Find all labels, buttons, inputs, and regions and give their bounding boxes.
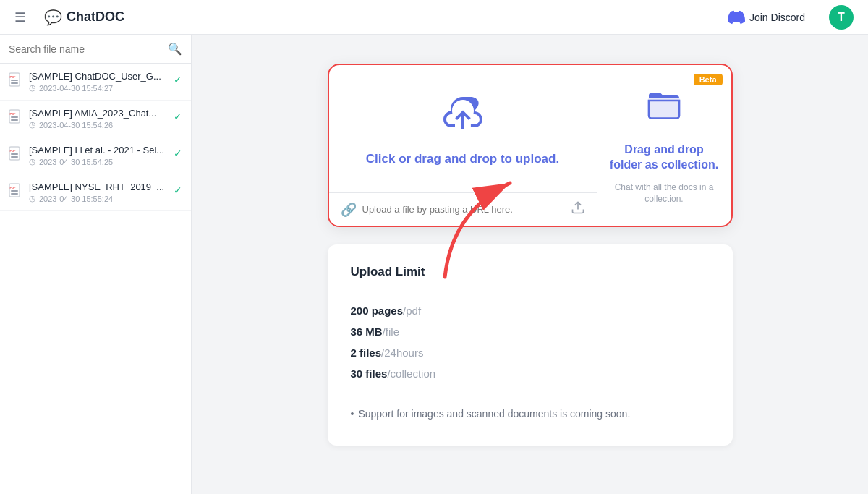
svg-rect-2 [11, 80, 18, 81]
avatar[interactable]: T [829, 5, 854, 30]
clock-icon: ◷ [29, 194, 36, 203]
main-layout: 🔍 PDF [SAMPLE] ChatDOC_User_G... ◷ 2023-… [0, 35, 868, 494]
file-info: [SAMPLE] AMIA_2023_Chat... ◷ 2023-04-30 … [29, 108, 168, 129]
svg-rect-6 [11, 116, 18, 118]
header-right-divider [817, 7, 817, 27]
file-info: [SAMPLE] NYSE_RHT_2019_... ◷ 2023-04-30 … [29, 182, 168, 203]
logo-icon: 💬 [44, 9, 62, 26]
file-info: [SAMPLE] ChatDOC_User_G... ◷ 2023-04-30 … [29, 71, 168, 93]
header: ☰ 💬 ChatDOC Join Discord T [0, 0, 868, 35]
hamburger-icon[interactable]: ☰ [14, 9, 26, 25]
limit-rows: 200 pages/pdf36 MB/file2 files/24hours30… [351, 300, 710, 384]
pdf-icon: PDF [9, 183, 23, 201]
limit-row: 30 files/collection [351, 363, 710, 384]
limit-bottom-divider [351, 393, 710, 393]
svg-text:PDF: PDF [10, 112, 17, 116]
upload-limit-card: Upload Limit 200 pages/pdf36 MB/file2 fi… [328, 244, 733, 446]
logo: 💬 ChatDOC [44, 9, 124, 26]
folder-icon [644, 85, 684, 134]
limit-note-text: Support for images and scanned documents… [358, 408, 630, 420]
list-item[interactable]: PDF [SAMPLE] Li et al. - 2021 - Sel... ◷… [0, 137, 191, 174]
header-left: ☰ 💬 ChatDOC [14, 7, 124, 27]
clock-icon: ◷ [29, 83, 36, 93]
search-box: 🔍 [0, 35, 191, 64]
header-divider [35, 7, 35, 27]
file-name: [SAMPLE] ChatDOC_User_G... [29, 71, 168, 82]
header-right: Join Discord T [728, 5, 854, 30]
limit-unit: /24hours [381, 346, 423, 359]
discord-label: Join Discord [749, 12, 805, 23]
file-name: [SAMPLE] AMIA_2023_Chat... [29, 108, 168, 119]
list-item[interactable]: PDF [SAMPLE] AMIA_2023_Chat... ◷ 2023-04… [0, 101, 191, 137]
folder-sublabel: Chat with all the docs in a collection. [609, 182, 720, 206]
upload-folder-zone[interactable]: Beta Drag and drop folder as collection.… [597, 65, 731, 226]
content-area: Click or drag and drop to upload. 🔗 [192, 35, 868, 494]
search-icon: 🔍 [168, 42, 182, 56]
svg-rect-1 [11, 82, 18, 84]
limit-unit: /collection [387, 367, 435, 380]
check-icon: ✓ [174, 184, 182, 196]
file-name: [SAMPLE] NYSE_RHT_2019_... [29, 182, 168, 192]
discord-button[interactable]: Join Discord [728, 9, 805, 26]
pdf-icon: PDF [9, 146, 23, 164]
folder-label: Drag and drop folder as collection. [609, 142, 720, 173]
svg-text:PDF: PDF [10, 75, 17, 79]
logo-text: ChatDOC [67, 9, 124, 25]
limit-unit: /file [383, 325, 399, 338]
svg-rect-13 [11, 193, 18, 195]
upload-click-label: Click or drag and drop to upload. [366, 152, 559, 166]
pdf-icon: PDF [9, 72, 23, 90]
url-input[interactable] [362, 204, 565, 215]
limit-note: • Support for images and scanned documen… [351, 402, 710, 425]
clock-icon: ◷ [29, 120, 36, 129]
limit-value: 200 pages [351, 305, 404, 317]
file-name: [SAMPLE] Li et al. - 2021 - Sel... [29, 145, 168, 156]
clock-icon: ◷ [29, 157, 36, 166]
svg-rect-5 [11, 119, 18, 121]
check-icon: ✓ [174, 74, 182, 85]
check-icon: ✓ [174, 111, 182, 122]
upload-url-row: 🔗 [329, 192, 597, 226]
limit-title: Upload Limit [351, 265, 710, 279]
upload-card: Click or drag and drop to upload. 🔗 [328, 64, 733, 227]
search-input[interactable] [9, 43, 162, 55]
limit-value: 2 files [351, 346, 382, 359]
limit-value: 30 files [351, 367, 388, 380]
upload-drop-zone[interactable]: Click or drag and drop to upload. [329, 65, 597, 192]
svg-rect-10 [11, 153, 18, 155]
discord-icon [728, 9, 745, 26]
file-date: ◷ 2023-04-30 15:55:24 [29, 194, 168, 203]
svg-text:PDF: PDF [10, 186, 17, 189]
pdf-icon: PDF [9, 109, 23, 127]
file-info: [SAMPLE] Li et al. - 2021 - Sel... ◷ 202… [29, 145, 168, 166]
upload-cloud-icon [440, 91, 486, 143]
limit-top-divider [351, 291, 710, 291]
bullet: • [351, 408, 354, 420]
svg-rect-14 [11, 190, 18, 192]
file-list: PDF [SAMPLE] ChatDOC_User_G... ◷ 2023-04… [0, 64, 191, 494]
limit-row: 2 files/24hours [351, 342, 710, 363]
file-date: ◷ 2023-04-30 15:54:27 [29, 83, 168, 93]
file-date: ◷ 2023-04-30 15:54:26 [29, 120, 168, 129]
sidebar: 🔍 PDF [SAMPLE] ChatDOC_User_G... ◷ 2023-… [0, 35, 192, 494]
url-submit-icon[interactable] [571, 200, 585, 218]
beta-badge: Beta [694, 74, 723, 85]
limit-row: 36 MB/file [351, 321, 710, 342]
limit-value: 36 MB [351, 325, 383, 338]
file-date: ◷ 2023-04-30 15:54:25 [29, 157, 168, 166]
limit-unit: /pdf [403, 305, 421, 317]
check-icon: ✓ [174, 148, 182, 159]
svg-rect-9 [11, 156, 18, 158]
link-icon: 🔗 [341, 202, 357, 218]
upload-left-wrapper: Click or drag and drop to upload. 🔗 [329, 65, 597, 226]
limit-row: 200 pages/pdf [351, 300, 710, 321]
list-item[interactable]: PDF [SAMPLE] NYSE_RHT_2019_... ◷ 2023-04… [0, 174, 191, 211]
list-item[interactable]: PDF [SAMPLE] ChatDOC_User_G... ◷ 2023-04… [0, 64, 191, 101]
svg-text:PDF: PDF [10, 149, 17, 153]
